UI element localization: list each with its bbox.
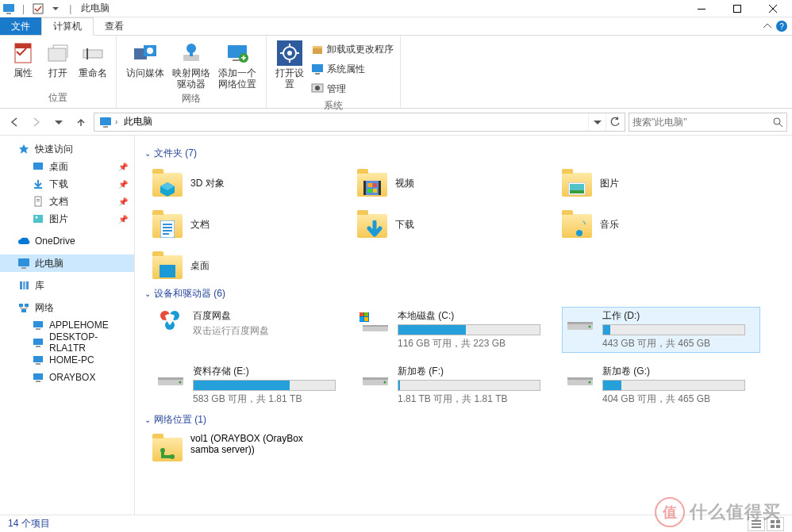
up-button[interactable] [71,113,90,132]
folder-item[interactable]: 音乐 [562,208,760,241]
sidebar-item-network[interactable]: 网络 [0,299,134,316]
close-button[interactable] [755,1,790,17]
manage-button[interactable]: 管理 [311,80,394,98]
svg-rect-90 [567,377,593,380]
minimize-button[interactable] [683,1,719,17]
open-button[interactable]: 打开 [41,39,75,90]
pc-icon [32,336,44,349]
add-network-location-button[interactable]: 添加一个网络位置 [215,39,260,90]
drive-item[interactable]: 资料存储 (E:)583 GB 可用，共 1.81 TB [152,362,351,408]
picture-icon [32,212,44,225]
collapse-ribbon-icon[interactable] [763,22,771,30]
sidebar-item-downloads[interactable]: 下载 📌 [0,175,134,193]
address-bar[interactable]: › 此电脑 [94,113,625,132]
watermark-badge: 值 [655,497,685,527]
svg-rect-38 [18,258,29,266]
svg-rect-87 [363,377,388,380]
svg-rect-4 [733,5,740,12]
folder-item[interactable]: 文档 [152,208,351,241]
capacity-bar [602,380,745,391]
qat-dropdown-icon[interactable] [48,2,63,16]
breadcrumb-arrow-icon[interactable]: › [115,117,117,126]
app-icon [2,2,16,16]
sidebar-item-network-pc[interactable]: DESKTOP-RLA1TR [0,334,134,351]
svg-point-82 [589,326,591,328]
svg-rect-56 [379,181,381,195]
svg-rect-9 [87,48,88,59]
sidebar-item-network-pc[interactable]: ORAYBOX [0,369,134,386]
back-button[interactable] [5,113,24,132]
drive-item[interactable]: 百度网盘双击运行百度网盘 [152,307,351,353]
svg-rect-79 [363,325,388,327]
drive-icon [155,311,185,333]
tab-file[interactable]: 文件 [0,17,41,35]
refresh-button[interactable] [606,113,623,131]
capacity-bar [398,380,540,391]
tab-computer[interactable]: 计算机 [41,17,94,36]
group-header-drives[interactable]: ⌄ 设备和驱动器 (6) [144,287,782,300]
sidebar-item-network-pc[interactable]: HOME-PC [0,351,134,369]
properties-button[interactable]: 属性 [6,39,40,90]
folder-item[interactable]: 下载 [357,208,556,241]
drive-item[interactable]: 新加卷 (F:)1.81 TB 可用，共 1.81 TB [357,362,556,408]
search-icon[interactable] [772,117,783,128]
search-input[interactable] [632,117,772,128]
folder-item[interactable]: 桌面 [152,249,351,282]
maximize-button[interactable] [719,1,755,17]
drive-item[interactable]: 工作 (D:)443 GB 可用，共 465 GB [562,307,760,353]
sidebar: 快速访问 桌面 📌 下载 📌 文档 📌 图片 📌 OneDrive [0,136,135,516]
svg-rect-8 [83,50,102,58]
breadcrumb-location[interactable]: 此电脑 [124,115,152,128]
network-location-item[interactable]: vol1 (ORAYBOX (OrayBox samba server)) [144,433,782,463]
open-settings-button[interactable]: 打开设置 [273,39,306,98]
qat-divider2: | [69,3,71,14]
map-drive-button[interactable]: 映射网络驱动器 [169,39,213,90]
svg-rect-34 [37,199,40,200]
sidebar-item-onedrive[interactable]: OneDrive [0,232,134,250]
capacity-bar [193,380,336,391]
folder-item[interactable]: 3D 对象 [152,166,351,200]
address-dropdown[interactable] [588,113,606,131]
sidebar-item-thispc[interactable]: 此电脑 [0,255,134,272]
drive-item[interactable]: 新加卷 (G:)404 GB 可用，共 465 GB [562,362,760,408]
rename-button[interactable]: 重命名 [76,39,110,90]
qat-checkbox-icon[interactable] [31,2,45,16]
star-icon [17,143,30,155]
sidebar-item-pictures[interactable]: 图片 📌 [0,210,134,228]
drive-item[interactable]: 本地磁盘 (C:)116 GB 可用，共 223 GB [357,307,556,353]
svg-point-30 [774,118,780,124]
status-text: 14 个项目 [8,517,50,530]
svg-point-12 [147,48,153,54]
forward-button[interactable] [27,113,46,132]
sidebar-item-libraries[interactable]: 库 [0,277,134,294]
svg-rect-40 [20,281,22,289]
svg-point-88 [384,381,386,384]
history-dropdown[interactable] [49,113,68,132]
drive-icon [359,311,390,333]
sidebar-item-documents[interactable]: 文档 📌 [0,193,134,210]
system-properties-button[interactable]: 系统属性 [311,60,394,78]
sidebar-item-desktop[interactable]: 桌面 📌 [0,158,134,175]
folder-item[interactable]: 图片 [562,166,760,200]
ribbon-group-title: 网络 [123,90,260,107]
tab-view[interactable]: 查看 [94,17,135,35]
group-header-netloc[interactable]: ⌄ 网络位置 (1) [144,413,782,427]
sidebar-item-quickaccess[interactable]: 快速访问 [0,140,134,158]
svg-rect-60 [373,189,377,193]
uninstall-programs-button[interactable]: 卸载或更改程序 [311,40,394,58]
svg-rect-25 [315,73,320,75]
search-box[interactable] [629,113,787,132]
svg-rect-64 [160,220,175,238]
group-header-folders[interactable]: ⌄ 文件夹 (7) [144,147,782,160]
svg-rect-62 [570,184,584,190]
network-folder-icon [152,433,183,463]
access-media-button[interactable]: 访问媒体 [123,39,167,90]
window-controls [683,1,790,17]
svg-rect-59 [367,189,372,193]
svg-rect-74 [359,312,363,316]
help-icon[interactable]: ? [776,21,787,32]
folder-item[interactable]: 视频 [357,166,556,200]
folder-icon [562,209,592,239]
svg-rect-77 [364,317,368,321]
svg-rect-3 [698,9,705,10]
